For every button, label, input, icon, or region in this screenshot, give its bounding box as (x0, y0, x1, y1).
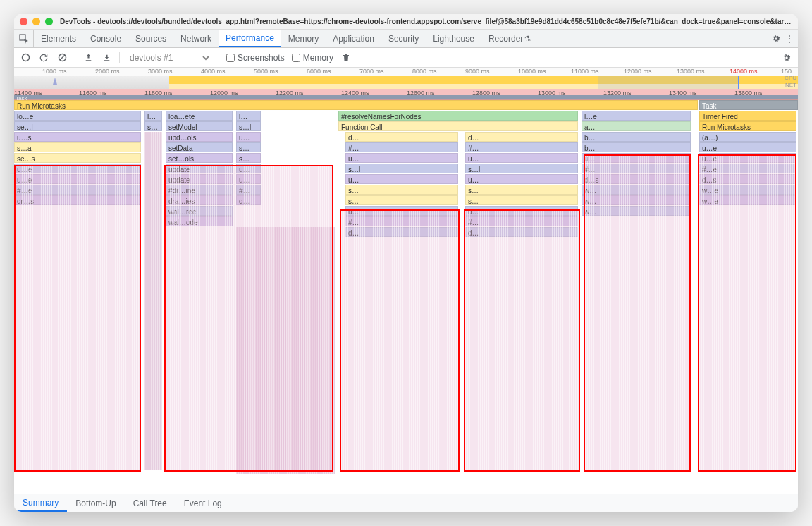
tab-lighthouse[interactable]: Lighthouse (426, 30, 481, 47)
frame-bar[interactable]: u… (465, 174, 578, 184)
frame-run-microtasks[interactable]: Run Microtasks (14, 100, 698, 110)
capture-settings-button[interactable] (781, 52, 792, 63)
highlight-box (464, 209, 580, 472)
clear-button[interactable] (56, 52, 68, 63)
tab-sources[interactable]: Sources (128, 30, 173, 47)
svg-point-1 (22, 54, 29, 61)
frame-resolve-names[interactable]: #resolveNamesForNodes (338, 111, 578, 121)
tab-application[interactable]: Application (326, 30, 381, 47)
highlight-box (340, 209, 460, 472)
frame-bar[interactable]: u… (465, 153, 578, 163)
frame-timer-fired[interactable]: Timer Fired (699, 111, 796, 121)
frame-bar[interactable]: se…l (14, 121, 141, 131)
frame-bar[interactable]: lo…e (14, 111, 141, 121)
frame-task[interactable]: Task (699, 100, 798, 110)
highlight-box (14, 165, 141, 472)
tab-security[interactable]: Security (381, 30, 426, 47)
garbage-collect-button[interactable] (340, 52, 352, 63)
flame-ruler[interactable]: 11400 ms 11600 ms 11800 ms 12000 ms 1220… (14, 89, 798, 100)
tab-elements[interactable]: Elements (34, 30, 83, 47)
frame-bar[interactable]: set…ols (166, 153, 233, 163)
tab-console[interactable]: Console (83, 30, 128, 47)
frame-bar[interactable]: b… (582, 132, 691, 142)
frame-bar[interactable]: se…s (14, 153, 141, 163)
deep-stack[interactable] (144, 132, 162, 470)
frame-bar[interactable]: upd…ols (166, 132, 233, 142)
more-icon[interactable]: ⋮ (785, 34, 794, 44)
upload-button[interactable] (82, 52, 94, 63)
settings-icon[interactable] (771, 34, 781, 44)
highlight-box (698, 154, 796, 472)
frame-bar[interactable]: s… (465, 185, 578, 195)
frame-function-call[interactable]: Function Call (338, 121, 578, 131)
frame-bar[interactable]: s…l (345, 164, 458, 173)
frame-bar[interactable]: d… (465, 132, 578, 142)
frame-bar[interactable]: d… (345, 132, 458, 142)
frame-bar[interactable]: l…e (582, 111, 691, 121)
frame-bar[interactable]: s… (236, 142, 261, 152)
frame-bar[interactable]: b… (582, 142, 691, 152)
tab-summary[interactable]: Summary (14, 494, 67, 512)
timeline-overview[interactable]: 1000 ms 2000 ms 3000 ms 4000 ms 5000 ms … (14, 68, 798, 89)
frame-bar[interactable]: s… (236, 153, 261, 163)
profile-selector[interactable]: devtools #1 (127, 52, 211, 63)
traffic-lights (20, 18, 53, 25)
svg-line-3 (60, 55, 65, 60)
frame-bar[interactable]: #… (345, 142, 458, 152)
frame-bar[interactable]: setData (166, 142, 233, 152)
frame-bar[interactable]: s… (465, 195, 578, 205)
highlight-box (584, 154, 691, 472)
highlight-box (164, 165, 333, 472)
frame-bar[interactable]: u… (236, 132, 261, 142)
frame-bar[interactable]: s…l (236, 121, 261, 131)
performance-toolbar: devtools #1 Screenshots Memory (14, 48, 798, 68)
record-button[interactable] (20, 52, 31, 63)
minimize-window-button[interactable] (32, 18, 40, 25)
close-window-button[interactable] (20, 18, 27, 25)
titlebar: DevTools - devtools://devtools/bundled/d… (14, 14, 798, 30)
details-tabs: Summary Bottom-Up Call Tree Event Log (14, 494, 798, 512)
frame-bar[interactable]: lo…e (144, 111, 162, 121)
screenshots-checkbox[interactable]: Screenshots (226, 53, 285, 63)
tab-recorder[interactable]: Recorder⚗ (481, 30, 538, 47)
tab-performance[interactable]: Performance (219, 30, 281, 47)
frame-bar[interactable]: loa…ete (166, 111, 233, 121)
maximize-window-button[interactable] (45, 18, 53, 25)
frame-bar[interactable]: (a…) (699, 132, 796, 142)
frame-run-microtasks-2[interactable]: Run Microtasks (699, 121, 796, 131)
tab-event-log[interactable]: Event Log (176, 494, 230, 512)
flask-icon: ⚗ (524, 35, 531, 42)
frame-bar[interactable]: u…e (699, 142, 796, 152)
panel-tabs: Elements Console Sources Network Perform… (14, 30, 798, 48)
frame-bar[interactable]: a… (582, 121, 691, 131)
frame-bar[interactable]: l… (236, 111, 261, 121)
tab-network[interactable]: Network (173, 30, 219, 47)
window-title: DevTools - devtools://devtools/bundled/d… (60, 18, 792, 25)
frame-bar[interactable]: s…a (14, 142, 141, 152)
tab-call-tree[interactable]: Call Tree (125, 494, 176, 512)
frame-bar[interactable]: se…l (144, 121, 162, 131)
frame-bar[interactable]: u…s (14, 132, 141, 142)
frame-bar[interactable]: #… (465, 142, 578, 152)
tab-bottom-up[interactable]: Bottom-Up (67, 494, 124, 512)
frame-bar[interactable]: s… (345, 195, 458, 205)
devtools-window: DevTools - devtools://devtools/bundled/d… (14, 14, 798, 512)
frame-bar[interactable]: u… (345, 153, 458, 163)
frame-bar[interactable]: s… (345, 185, 458, 195)
reload-record-button[interactable] (38, 52, 49, 63)
frame-bar[interactable]: s…l (465, 164, 578, 173)
frame-bar[interactable]: setModel (166, 121, 233, 131)
tab-memory[interactable]: Memory (281, 30, 326, 47)
memory-checkbox[interactable]: Memory (292, 53, 333, 63)
flame-chart[interactable]: Run Microtasks Task lo…e lo…e loa…ete l…… (14, 100, 798, 494)
download-button[interactable] (101, 52, 112, 63)
inspect-element-button[interactable] (14, 30, 34, 47)
frame-bar[interactable]: u… (345, 174, 458, 184)
